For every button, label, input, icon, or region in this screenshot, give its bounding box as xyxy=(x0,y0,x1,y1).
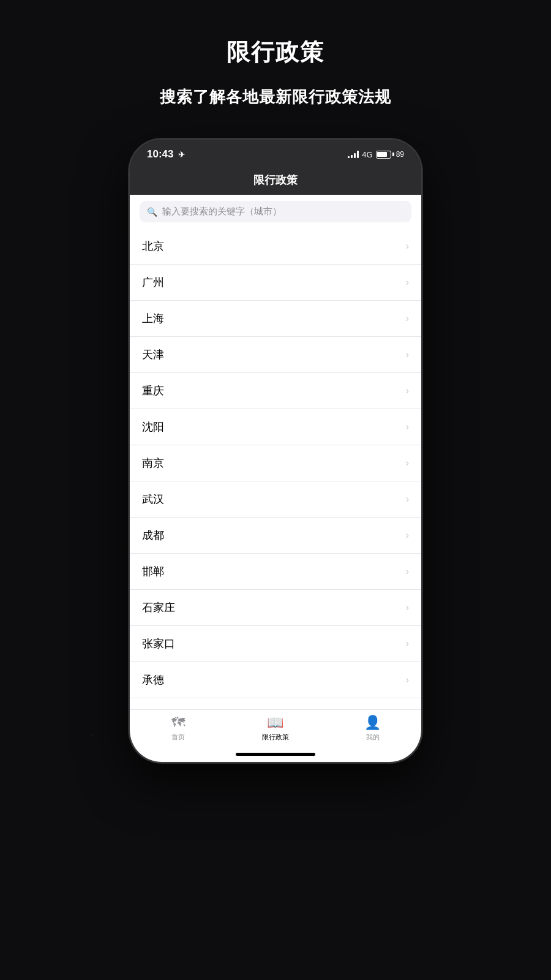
tab-item-限行政策[interactable]: 📖 限行政策 xyxy=(251,715,300,742)
list-item[interactable]: 成都 › xyxy=(130,518,421,554)
battery-icon: 89 xyxy=(376,150,404,159)
tab-label: 我的 xyxy=(366,733,380,742)
city-name: 邯郸 xyxy=(142,564,164,579)
tab-bar: 🗺 首页 📖 限行政策 👤 我的 xyxy=(130,709,421,749)
chevron-right-icon: › xyxy=(406,385,409,396)
tab-item-首页[interactable]: 🗺 首页 xyxy=(154,715,203,742)
city-name: 张家口 xyxy=(142,636,175,651)
chevron-right-icon: › xyxy=(406,241,409,252)
tab-label: 限行政策 xyxy=(262,733,289,742)
tab-item-我的[interactable]: 👤 我的 xyxy=(348,715,397,742)
list-item[interactable]: 承德 › xyxy=(130,662,421,698)
list-item[interactable]: 广州 › xyxy=(130,265,421,301)
chevron-right-icon: › xyxy=(406,277,409,288)
chevron-right-icon: › xyxy=(406,349,409,360)
phone-navbar-title: 限行政策 xyxy=(253,174,298,186)
chevron-right-icon: › xyxy=(406,530,409,541)
tab-icon: 👤 xyxy=(364,715,381,731)
city-name: 成都 xyxy=(142,528,164,543)
search-input-placeholder[interactable]: 输入要搜索的关键字（城市） xyxy=(162,206,282,217)
search-icon: 🔍 xyxy=(147,207,157,217)
list-item[interactable]: 天津 › xyxy=(130,337,421,373)
city-name: 武汉 xyxy=(142,492,164,507)
city-name: 重庆 xyxy=(142,383,164,398)
phone-navbar: 限行政策 xyxy=(130,165,421,195)
chevron-right-icon: › xyxy=(406,638,409,649)
chevron-right-icon: › xyxy=(406,421,409,432)
city-name: 南京 xyxy=(142,456,164,470)
network-label: 4G xyxy=(362,150,372,159)
city-name: 承德 xyxy=(142,673,164,687)
chevron-right-icon: › xyxy=(406,494,409,505)
chevron-right-icon: › xyxy=(406,602,409,613)
page-title: 限行政策 xyxy=(227,37,324,68)
tab-label: 首页 xyxy=(171,733,185,742)
city-name: 沈阳 xyxy=(142,420,164,434)
chevron-right-icon: › xyxy=(406,458,409,469)
list-item[interactable]: 南京 › xyxy=(130,445,421,481)
list-item[interactable]: 石家庄 › xyxy=(130,590,421,626)
tab-icon: 🗺 xyxy=(171,715,185,731)
list-item[interactable]: 邯郸 › xyxy=(130,554,421,590)
status-time: 10:43 ✈ xyxy=(147,148,185,160)
status-bar: 10:43 ✈ 4G 89 xyxy=(130,140,421,165)
search-bar[interactable]: 🔍 输入要搜索的关键字（城市） xyxy=(140,201,411,222)
city-name: 北京 xyxy=(142,239,164,254)
list-item[interactable]: 张家口 › xyxy=(130,626,421,662)
status-icons: 4G 89 xyxy=(348,150,404,159)
home-bar-icon xyxy=(236,753,315,756)
phone-mockup: 10:43 ✈ 4G 89 xyxy=(129,138,422,763)
list-item[interactable]: 重庆 › xyxy=(130,373,421,409)
list-item[interactable]: 北京 › xyxy=(130,228,421,265)
chevron-right-icon: › xyxy=(406,566,409,577)
list-item[interactable]: 忻州 › xyxy=(130,698,421,709)
phone-screen: 🔍 输入要搜索的关键字（城市） 北京 › 广州 › 上海 › 天津 › 重庆 ›… xyxy=(130,195,421,709)
list-item[interactable]: 上海 › xyxy=(130,301,421,337)
chevron-right-icon: › xyxy=(406,674,409,685)
city-name: 天津 xyxy=(142,347,164,362)
home-indicator xyxy=(130,749,421,762)
city-name: 上海 xyxy=(142,311,164,326)
city-name: 广州 xyxy=(142,275,164,290)
tab-icon: 📖 xyxy=(267,715,283,731)
page-subtitle: 搜索了解各地最新限行政策法规 xyxy=(160,86,391,108)
signal-bars-icon xyxy=(348,151,359,158)
chevron-right-icon: › xyxy=(406,313,409,324)
list-item[interactable]: 武汉 › xyxy=(130,481,421,518)
page-content: 限行政策 搜索了解各地最新限行政策法规 10:43 ✈ 4G xyxy=(0,0,551,980)
list-item[interactable]: 沈阳 › xyxy=(130,409,421,445)
city-name: 石家庄 xyxy=(142,600,175,615)
city-list: 北京 › 广州 › 上海 › 天津 › 重庆 › 沈阳 › 南京 › 武汉 › … xyxy=(130,228,421,709)
search-bar-container: 🔍 输入要搜索的关键字（城市） xyxy=(130,195,421,228)
